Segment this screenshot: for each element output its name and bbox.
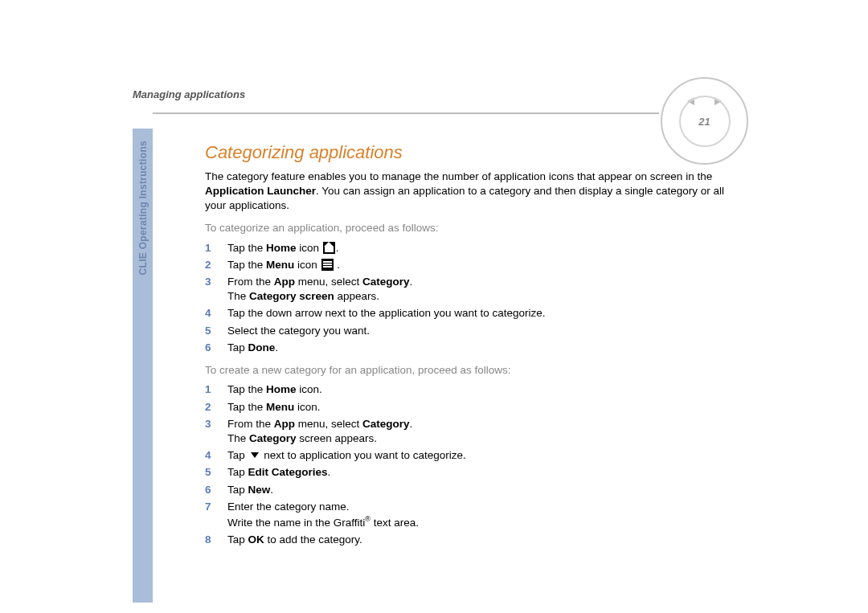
- step: From the App menu, select Category. The …: [205, 275, 735, 304]
- procedure-1-steps: Tap the Home icon . Tap the Menu icon . …: [205, 241, 735, 356]
- sidebar-tab: CLIE Operating Instructions: [133, 129, 153, 603]
- step: Tap Edit Categories.: [205, 465, 735, 480]
- step: From the App menu, select Category. The …: [205, 417, 735, 446]
- procedure-2-lead: To create a new category for an applicat…: [205, 363, 735, 378]
- step: Tap the down arrow next to the applicati…: [205, 306, 735, 321]
- step: Tap the Menu icon.: [205, 400, 735, 415]
- step: Tap the Home icon.: [205, 382, 735, 397]
- step: Tap Done.: [205, 341, 735, 355]
- home-icon: [323, 242, 335, 254]
- page-number: 21: [698, 115, 710, 127]
- step: Tap OK to add the category.: [205, 533, 735, 547]
- step: Tap the Menu icon .: [205, 258, 735, 272]
- procedure-2-steps: Tap the Home icon. Tap the Menu icon. Fr…: [205, 382, 735, 547]
- step: Select the category you want.: [205, 324, 735, 338]
- procedure-1-lead: To categorize an application, proceed as…: [205, 221, 735, 235]
- menu-icon: [321, 259, 334, 271]
- chapter-title: Managing applications: [133, 88, 760, 100]
- registered-mark: ®: [365, 515, 371, 523]
- section-title: Categorizing applications: [205, 141, 735, 165]
- step: Tap next to application you want to cate…: [205, 448, 735, 463]
- intro-paragraph: The category feature enables you to mana…: [205, 170, 735, 214]
- sidebar-label: CLIE Operating Instructions: [137, 141, 149, 275]
- header-rule: [153, 112, 659, 114]
- down-arrow-icon: [251, 452, 259, 458]
- step: Tap New.: [205, 483, 735, 497]
- step: Enter the category name. Write the name …: [205, 500, 735, 530]
- step: Tap the Home icon .: [205, 241, 735, 255]
